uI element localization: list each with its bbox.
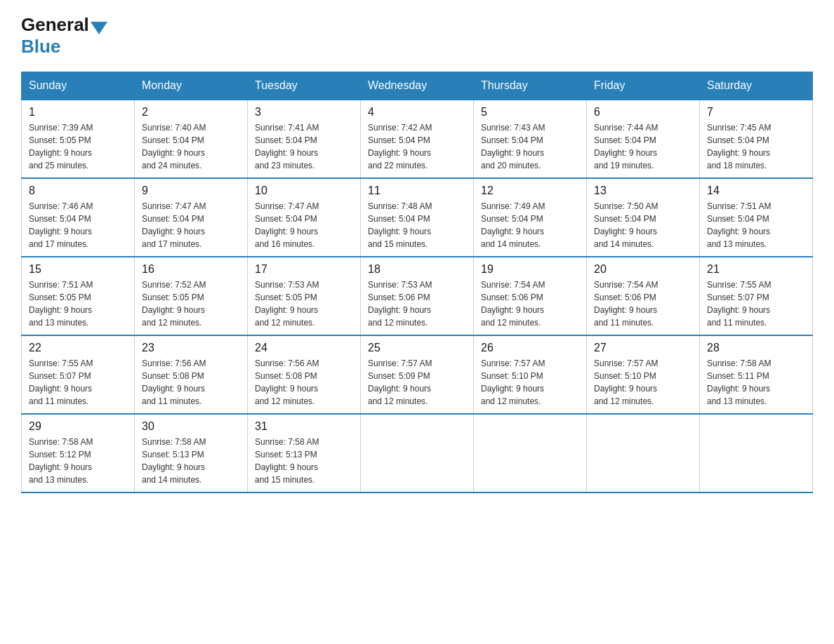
table-row: 18 Sunrise: 7:53 AMSunset: 5:06 PMDaylig… [361, 257, 474, 335]
day-info: Sunrise: 7:46 AMSunset: 5:04 PMDaylight:… [29, 200, 127, 250]
day-number: 13 [594, 185, 692, 197]
table-row: 12 Sunrise: 7:49 AMSunset: 5:04 PMDaylig… [474, 178, 587, 257]
calendar-table: Sunday Monday Tuesday Wednesday Thursday… [21, 72, 813, 493]
col-monday: Monday [135, 72, 248, 100]
day-number: 27 [594, 342, 692, 354]
day-info: Sunrise: 7:56 AMSunset: 5:08 PMDaylight:… [142, 357, 240, 408]
table-row: 31 Sunrise: 7:58 AMSunset: 5:13 PMDaylig… [248, 414, 361, 492]
day-number: 10 [255, 185, 353, 197]
day-info: Sunrise: 7:50 AMSunset: 5:04 PMDaylight:… [594, 200, 692, 250]
table-row: 14 Sunrise: 7:51 AMSunset: 5:04 PMDaylig… [700, 178, 813, 257]
table-row: 19 Sunrise: 7:54 AMSunset: 5:06 PMDaylig… [474, 257, 587, 335]
day-number: 4 [368, 106, 466, 119]
day-info: Sunrise: 7:49 AMSunset: 5:04 PMDaylight:… [481, 200, 579, 250]
table-row: 5 Sunrise: 7:43 AMSunset: 5:04 PMDayligh… [474, 100, 587, 178]
day-info: Sunrise: 7:44 AMSunset: 5:04 PMDaylight:… [594, 121, 692, 172]
day-info: Sunrise: 7:43 AMSunset: 5:04 PMDaylight:… [481, 121, 579, 172]
table-row: 16 Sunrise: 7:52 AMSunset: 5:05 PMDaylig… [135, 257, 248, 335]
logo: General Blue [21, 14, 109, 58]
day-number: 26 [481, 342, 579, 354]
day-info: Sunrise: 7:39 AMSunset: 5:05 PMDaylight:… [29, 121, 127, 172]
table-row: 28 Sunrise: 7:58 AMSunset: 5:11 PMDaylig… [700, 335, 813, 414]
day-number: 14 [707, 185, 805, 197]
table-row: 7 Sunrise: 7:45 AMSunset: 5:04 PMDayligh… [700, 100, 813, 178]
table-row: 4 Sunrise: 7:42 AMSunset: 5:04 PMDayligh… [361, 100, 474, 178]
day-info: Sunrise: 7:42 AMSunset: 5:04 PMDaylight:… [368, 121, 466, 172]
day-number: 2 [142, 106, 240, 119]
table-row: 8 Sunrise: 7:46 AMSunset: 5:04 PMDayligh… [22, 178, 135, 257]
col-sunday: Sunday [22, 72, 135, 100]
table-row: 11 Sunrise: 7:48 AMSunset: 5:04 PMDaylig… [361, 178, 474, 257]
day-number: 5 [481, 106, 579, 119]
day-info: Sunrise: 7:48 AMSunset: 5:04 PMDaylight:… [368, 200, 466, 250]
day-number: 17 [255, 263, 353, 276]
col-thursday: Thursday [474, 72, 587, 100]
table-row: 21 Sunrise: 7:55 AMSunset: 5:07 PMDaylig… [700, 257, 813, 335]
table-row: 6 Sunrise: 7:44 AMSunset: 5:04 PMDayligh… [587, 100, 700, 178]
day-info: Sunrise: 7:53 AMSunset: 5:06 PMDaylight:… [368, 279, 466, 329]
day-info: Sunrise: 7:51 AMSunset: 5:04 PMDaylight:… [707, 200, 805, 250]
day-number: 28 [707, 342, 805, 354]
day-info: Sunrise: 7:55 AMSunset: 5:07 PMDaylight:… [29, 357, 127, 408]
day-number: 3 [255, 106, 353, 119]
calendar-week-row: 8 Sunrise: 7:46 AMSunset: 5:04 PMDayligh… [22, 178, 813, 257]
table-row: 22 Sunrise: 7:55 AMSunset: 5:07 PMDaylig… [22, 335, 135, 414]
day-info: Sunrise: 7:45 AMSunset: 5:04 PMDaylight:… [707, 121, 805, 172]
day-info: Sunrise: 7:52 AMSunset: 5:05 PMDaylight:… [142, 279, 240, 329]
day-number: 30 [142, 420, 240, 433]
table-row [700, 414, 813, 492]
col-friday: Friday [587, 72, 700, 100]
day-info: Sunrise: 7:57 AMSunset: 5:10 PMDaylight:… [594, 357, 692, 408]
table-row: 25 Sunrise: 7:57 AMSunset: 5:09 PMDaylig… [361, 335, 474, 414]
day-number: 15 [29, 263, 127, 276]
day-number: 18 [368, 263, 466, 276]
table-row: 23 Sunrise: 7:56 AMSunset: 5:08 PMDaylig… [135, 335, 248, 414]
calendar-week-row: 1 Sunrise: 7:39 AMSunset: 5:05 PMDayligh… [22, 100, 813, 178]
day-info: Sunrise: 7:57 AMSunset: 5:10 PMDaylight:… [481, 357, 579, 408]
day-info: Sunrise: 7:53 AMSunset: 5:05 PMDaylight:… [255, 279, 353, 329]
day-number: 12 [481, 185, 579, 197]
day-info: Sunrise: 7:54 AMSunset: 5:06 PMDaylight:… [481, 279, 579, 329]
day-info: Sunrise: 7:54 AMSunset: 5:06 PMDaylight:… [594, 279, 692, 329]
calendar-week-row: 22 Sunrise: 7:55 AMSunset: 5:07 PMDaylig… [22, 335, 813, 414]
calendar-header-row: Sunday Monday Tuesday Wednesday Thursday… [22, 72, 813, 100]
table-row [361, 414, 474, 492]
table-row: 1 Sunrise: 7:39 AMSunset: 5:05 PMDayligh… [22, 100, 135, 178]
logo-arrow-icon [91, 22, 107, 34]
day-number: 11 [368, 185, 466, 197]
table-row: 27 Sunrise: 7:57 AMSunset: 5:10 PMDaylig… [587, 335, 700, 414]
table-row [474, 414, 587, 492]
day-info: Sunrise: 7:47 AMSunset: 5:04 PMDaylight:… [255, 200, 353, 250]
col-saturday: Saturday [700, 72, 813, 100]
logo-general-text: General [21, 14, 89, 36]
table-row: 30 Sunrise: 7:58 AMSunset: 5:13 PMDaylig… [135, 414, 248, 492]
day-info: Sunrise: 7:58 AMSunset: 5:13 PMDaylight:… [142, 436, 240, 486]
day-number: 25 [368, 342, 466, 354]
day-number: 19 [481, 263, 579, 276]
day-info: Sunrise: 7:57 AMSunset: 5:09 PMDaylight:… [368, 357, 466, 408]
table-row [587, 414, 700, 492]
calendar-week-row: 15 Sunrise: 7:51 AMSunset: 5:05 PMDaylig… [22, 257, 813, 335]
day-number: 7 [707, 106, 805, 119]
day-info: Sunrise: 7:41 AMSunset: 5:04 PMDaylight:… [255, 121, 353, 172]
day-info: Sunrise: 7:58 AMSunset: 5:13 PMDaylight:… [255, 436, 353, 486]
col-tuesday: Tuesday [248, 72, 361, 100]
table-row: 29 Sunrise: 7:58 AMSunset: 5:12 PMDaylig… [22, 414, 135, 492]
logo-blue-text: Blue [21, 36, 60, 58]
day-number: 21 [707, 263, 805, 276]
table-row: 26 Sunrise: 7:57 AMSunset: 5:10 PMDaylig… [474, 335, 587, 414]
day-number: 29 [29, 420, 127, 433]
table-row: 15 Sunrise: 7:51 AMSunset: 5:05 PMDaylig… [22, 257, 135, 335]
day-info: Sunrise: 7:55 AMSunset: 5:07 PMDaylight:… [707, 279, 805, 329]
table-row: 9 Sunrise: 7:47 AMSunset: 5:04 PMDayligh… [135, 178, 248, 257]
day-info: Sunrise: 7:51 AMSunset: 5:05 PMDaylight:… [29, 279, 127, 329]
table-row: 24 Sunrise: 7:56 AMSunset: 5:08 PMDaylig… [248, 335, 361, 414]
day-info: Sunrise: 7:47 AMSunset: 5:04 PMDaylight:… [142, 200, 240, 250]
day-info: Sunrise: 7:58 AMSunset: 5:12 PMDaylight:… [29, 436, 127, 486]
day-number: 8 [29, 185, 127, 197]
day-number: 1 [29, 106, 127, 119]
page-header: General Blue [21, 14, 813, 58]
table-row: 20 Sunrise: 7:54 AMSunset: 5:06 PMDaylig… [587, 257, 700, 335]
table-row: 3 Sunrise: 7:41 AMSunset: 5:04 PMDayligh… [248, 100, 361, 178]
table-row: 13 Sunrise: 7:50 AMSunset: 5:04 PMDaylig… [587, 178, 700, 257]
